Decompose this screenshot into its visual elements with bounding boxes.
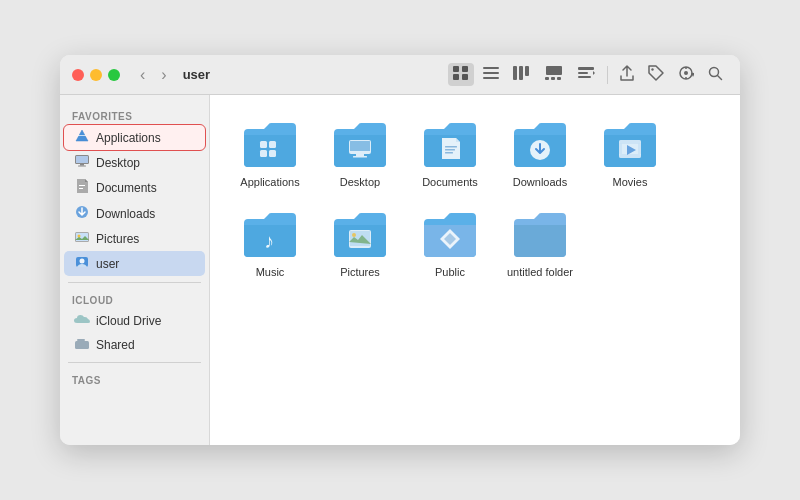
svg-rect-51 [445, 149, 455, 151]
traffic-lights [72, 69, 120, 81]
svg-rect-58 [638, 143, 641, 154]
svg-rect-33 [79, 188, 83, 189]
svg-rect-2 [453, 74, 459, 80]
share-button[interactable] [615, 62, 639, 87]
svg-point-39 [80, 259, 85, 264]
close-button[interactable] [72, 69, 84, 81]
sidebar-item-desktop[interactable]: Desktop [64, 151, 205, 174]
icloud-label: iCloud [60, 289, 209, 308]
toolbar-divider [607, 66, 608, 84]
column-view-button[interactable] [508, 63, 536, 86]
forward-button[interactable]: › [157, 64, 170, 86]
svg-rect-1 [462, 66, 468, 72]
svg-text:▾: ▾ [691, 70, 694, 79]
user-icon [74, 255, 90, 272]
svg-rect-14 [578, 67, 594, 70]
svg-point-18 [651, 68, 653, 70]
folder-icon-untitled [512, 211, 568, 259]
favorites-label: Favorites [60, 105, 209, 124]
svg-rect-41 [77, 339, 85, 341]
svg-rect-8 [519, 66, 523, 80]
icon-view-button[interactable] [448, 63, 474, 86]
file-label-applications: Applications [240, 175, 299, 189]
file-label-public: Public [435, 265, 465, 279]
tags-label: Tags [60, 369, 209, 388]
sidebar-item-pictures[interactable]: Pictures [64, 227, 205, 250]
svg-rect-10 [546, 66, 562, 75]
search-button[interactable] [703, 63, 728, 87]
svg-rect-29 [76, 156, 88, 163]
desktop-label: Desktop [96, 156, 140, 170]
svg-rect-50 [445, 146, 457, 148]
file-item-public[interactable]: Public [410, 205, 490, 285]
group-button[interactable] [572, 63, 600, 86]
file-grid: Applications [230, 115, 720, 286]
file-label-documents: Documents [422, 175, 478, 189]
sidebar-item-icloud-drive[interactable]: iCloud Drive [64, 309, 205, 332]
file-item-desktop[interactable]: Desktop [320, 115, 400, 195]
folder-icon-music: ♪ [242, 211, 298, 259]
file-label-downloads: Downloads [513, 175, 567, 189]
svg-rect-11 [545, 77, 549, 80]
svg-rect-49 [353, 156, 367, 158]
back-button[interactable]: ‹ [136, 64, 149, 86]
documents-icon [74, 179, 90, 196]
file-item-movies[interactable]: Movies [590, 115, 670, 195]
svg-text:♪: ♪ [264, 230, 274, 252]
path-label: user [183, 67, 210, 82]
file-item-documents[interactable]: Documents [410, 115, 490, 195]
svg-rect-16 [578, 76, 591, 78]
file-label-pictures: Pictures [340, 265, 380, 279]
folder-icon-movies [602, 121, 658, 169]
gallery-view-button[interactable] [540, 63, 568, 86]
file-item-untitled[interactable]: untitled folder [500, 205, 580, 285]
svg-rect-7 [513, 66, 517, 80]
folder-icon-downloads [512, 121, 568, 169]
svg-rect-57 [619, 143, 622, 154]
documents-label: Documents [96, 181, 157, 195]
svg-rect-48 [356, 154, 364, 156]
svg-rect-55 [619, 140, 641, 144]
svg-rect-13 [557, 77, 561, 80]
options-button[interactable]: ▾ [673, 62, 699, 87]
file-item-applications[interactable]: Applications [230, 115, 310, 195]
sidebar-divider-2 [68, 362, 201, 363]
svg-rect-43 [269, 141, 276, 148]
svg-rect-6 [483, 77, 499, 79]
titlebar: ‹ › user [60, 55, 740, 95]
svg-rect-56 [619, 154, 641, 158]
user-label: user [96, 257, 119, 271]
file-item-downloads[interactable]: Downloads [500, 115, 580, 195]
folder-icon-public [422, 211, 478, 259]
shared-icon [74, 337, 90, 352]
svg-rect-31 [78, 166, 86, 167]
icloud-drive-label: iCloud Drive [96, 314, 161, 328]
folder-icon-desktop [332, 121, 388, 169]
file-item-music[interactable]: ♪ Music [230, 205, 310, 285]
file-area: Applications [210, 95, 740, 445]
folder-icon-documents [422, 121, 478, 169]
file-item-pictures[interactable]: Pictures [320, 205, 400, 285]
file-label-untitled: untitled folder [507, 265, 573, 279]
svg-rect-52 [445, 152, 453, 154]
svg-rect-40 [75, 341, 89, 349]
pictures-label: Pictures [96, 232, 139, 246]
list-view-button[interactable] [478, 63, 504, 86]
svg-rect-15 [578, 72, 588, 74]
sidebar-item-user[interactable]: user [64, 251, 205, 276]
svg-rect-4 [483, 67, 499, 69]
sidebar-item-documents[interactable]: Documents [64, 175, 205, 200]
sidebar-item-downloads[interactable]: Downloads [64, 201, 205, 226]
minimize-button[interactable] [90, 69, 102, 81]
finder-window: ‹ › user [60, 55, 740, 445]
svg-line-25 [718, 75, 722, 79]
svg-rect-42 [260, 141, 267, 148]
svg-rect-5 [483, 72, 499, 74]
svg-rect-47 [350, 141, 370, 151]
sidebar-item-shared[interactable]: Shared [64, 333, 205, 356]
downloads-icon [74, 205, 90, 222]
sidebar-item-applications[interactable]: Applications [64, 125, 205, 150]
maximize-button[interactable] [108, 69, 120, 81]
tag-button[interactable] [643, 62, 669, 87]
sidebar: Favorites Applications [60, 95, 210, 445]
